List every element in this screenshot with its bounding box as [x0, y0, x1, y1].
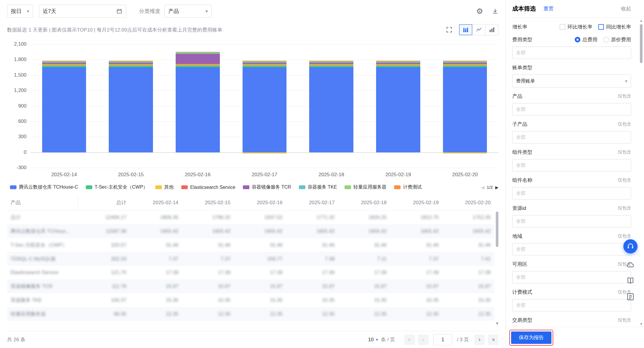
table-scrollbar-thumb[interactable] [496, 212, 498, 247]
dimension-select[interactable]: 产品 ▾ [164, 5, 212, 18]
legend-next-icon[interactable]: ▶ [495, 185, 498, 190]
table-row: TDSQL-C MySQL版202.247.377.37156.777.387.… [7, 252, 494, 266]
sidebar-scrollbar-thumb[interactable] [640, 24, 643, 63]
collapse-link[interactable]: 收起 [621, 5, 631, 12]
table-footer: 共 26 条 10 ▾ 条 / 页 / 3 页 [7, 331, 498, 348]
legend-item[interactable]: 容器服务 TKE [299, 184, 337, 190]
filter-input-组件类型[interactable] [512, 159, 631, 171]
table-cell: 腾讯云数据仓库 TCHous... [7, 224, 78, 238]
filter-head: 可用区仅包含 [512, 261, 631, 268]
first-page-button[interactable] [404, 334, 415, 345]
filter-head: 组件名称仅包含 [512, 177, 631, 184]
table-cell: 1771.32 [286, 210, 338, 225]
chart-y-axis: 2,1001,8001,5001,2009006003000-300 [7, 44, 31, 168]
table-row: 轻量应用服务器96.3512.3512.3512.3512.3512.3512.… [7, 307, 494, 321]
legend-item[interactable]: 其他 [155, 184, 174, 190]
filter-block-组件名称: 组件名称仅包含 [512, 177, 631, 199]
legend-item[interactable]: Elasticsearch Service [181, 185, 235, 190]
yoy-growth-checkbox[interactable]: 同比增长率 [598, 24, 631, 30]
legend-label: 容器镜像服务 TCR [252, 184, 291, 190]
filter-input-资源id[interactable] [512, 215, 631, 227]
legend-swatch-icon [86, 185, 92, 189]
filter-input-组件名称[interactable] [512, 187, 631, 199]
only-include-label: 仅包含 [618, 149, 631, 155]
scroll-down-icon[interactable]: ▼ [640, 322, 643, 326]
settings-gear-icon[interactable]: ⚙ [476, 7, 483, 15]
legend-swatch-icon [345, 185, 351, 189]
original-fee-radio[interactable]: 原价费用 [603, 36, 631, 43]
bill-type-select[interactable]: 费用账单 ▾ [512, 75, 631, 88]
date-range-picker[interactable]: 近7天 [39, 5, 126, 18]
filter-label: 产品 [512, 93, 522, 100]
x-axis-label: 2025-02-15 [98, 172, 164, 178]
reset-link[interactable]: 重置 [543, 5, 554, 12]
table-row: 容器服务 TKE100.3715.3515.3515.3515.3515.351… [7, 293, 494, 307]
date-range-value: 近7天 [43, 8, 56, 15]
scroll-up-icon[interactable]: ▲ [640, 19, 643, 22]
fullscreen-icon[interactable] [446, 27, 452, 33]
cloud-assistant-icon[interactable] [626, 260, 635, 269]
table-cell: 1796.32 [182, 210, 234, 225]
legend-item[interactable]: 腾讯云数据仓库 TCHouse-C [10, 184, 78, 190]
fee-type-filter-input[interactable] [512, 47, 631, 59]
bar-slot [298, 44, 365, 168]
legend-swatch-icon [181, 185, 188, 189]
granularity-select[interactable]: 按日 ▾ [7, 5, 33, 18]
table-cell: 1655.42 [338, 224, 390, 238]
bar-slot [431, 44, 498, 168]
table-row: Elasticsearch Service121.7517.3917.3917.… [7, 266, 494, 279]
table-cell: 1655.42 [234, 224, 286, 238]
bar-chart-button[interactable] [485, 24, 498, 35]
legend-item[interactable]: 容器镜像服务 TCR [243, 184, 291, 190]
customer-service-button[interactable] [623, 239, 638, 253]
table-row: T-Sec-主机安全（CWP）220.5731.4631.4631.4631.4… [7, 238, 494, 252]
filter-input-地域[interactable] [512, 243, 631, 255]
survey-list-icon[interactable] [626, 292, 635, 301]
save-report-button[interactable]: 保存为报告 [511, 331, 551, 344]
table-cell: 12.35 [442, 307, 494, 321]
x-axis-label: 2025-02-20 [431, 172, 498, 178]
filter-input-可用区[interactable] [512, 271, 631, 283]
cost-table: 产品总计2025-02-142025-02-152025-02-162025-0… [7, 195, 494, 321]
growth-rate-options: 环比增长率 同比增长率 [560, 24, 631, 30]
table-scroll-down-icon[interactable]: ▼ [495, 321, 498, 326]
table-cell: 31.46 [442, 238, 494, 252]
table-cell: 容器镜像服务 TCR [7, 279, 78, 293]
legend-prev-icon[interactable]: ◀ [481, 185, 485, 190]
legend-item[interactable]: 轻量应用服务器 [345, 184, 386, 190]
only-include-label: 仅包含 [618, 233, 631, 239]
mom-growth-checkbox[interactable]: 环比增长率 [560, 24, 592, 30]
next-page-button[interactable] [474, 334, 485, 345]
page-size-select[interactable]: 10 ▾ [368, 337, 378, 343]
stacked-bar [309, 61, 353, 152]
x-axis-label: 2025-02-19 [365, 172, 432, 178]
headset-icon [627, 243, 634, 250]
filter-label: 可用区 [512, 261, 527, 268]
only-include-label: 仅包含 [618, 205, 631, 211]
stacked-bar-chart-button[interactable] [459, 24, 472, 35]
filter-head: 子产品仅包含 [512, 121, 631, 128]
legend-page-indicator: 1/2 [487, 185, 493, 190]
table-cell: 31.46 [130, 238, 182, 252]
table-cell: 15.97 [130, 279, 182, 293]
mom-growth-label: 环比增长率 [567, 24, 592, 30]
filter-input-计费模式[interactable] [512, 299, 631, 311]
legend-item[interactable]: T-Sec-主机安全（CWP） [86, 184, 148, 190]
bar-slot [164, 44, 231, 168]
table-cell: 15.97 [182, 279, 234, 293]
line-chart-button[interactable] [472, 24, 485, 35]
legend-item[interactable]: 计费测试 [394, 184, 422, 190]
total-fee-radio[interactable]: 总费用 [575, 36, 597, 43]
filter-input-子产品[interactable] [512, 131, 631, 144]
prev-page-button[interactable] [418, 334, 429, 345]
last-page-button[interactable] [488, 334, 498, 345]
legend-label: T-Sec-主机安全（CWP） [95, 184, 148, 190]
page-number-input[interactable] [433, 334, 452, 345]
filter-input-产品[interactable] [512, 103, 631, 116]
download-icon[interactable] [492, 8, 498, 14]
table-cell: 1655.42 [442, 224, 494, 238]
page-size-value: 10 [368, 337, 374, 343]
table-cell: 15.35 [390, 293, 442, 307]
chart-plot-area [31, 44, 498, 168]
docs-book-icon[interactable] [626, 276, 635, 285]
